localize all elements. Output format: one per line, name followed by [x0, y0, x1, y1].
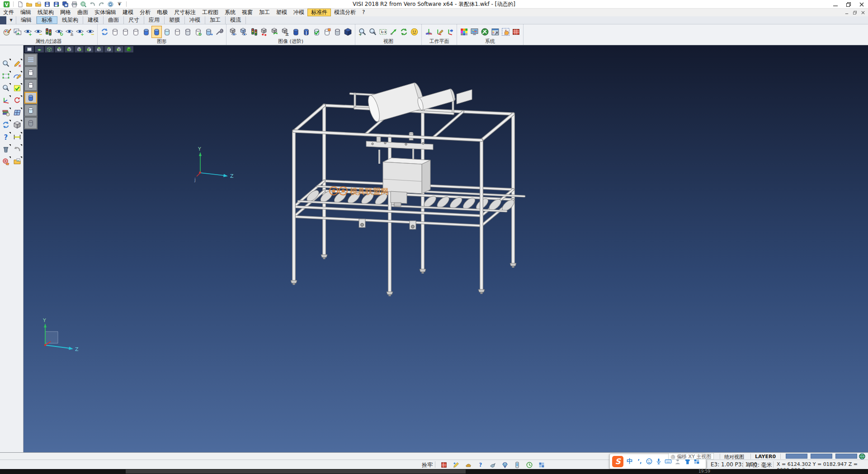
zoom-cube-button[interactable] — [368, 26, 378, 38]
cyl-wire2-button[interactable] — [24, 117, 37, 129]
menu-item-10[interactable]: 工程图 — [199, 9, 222, 16]
sync-button[interactable] — [107, 0, 114, 8]
preview-button[interactable] — [80, 0, 87, 8]
zoom-plus-button[interactable]: + — [357, 26, 368, 38]
layer-bar-1[interactable] — [786, 454, 807, 459]
tab-10[interactable]: 模流 — [226, 16, 246, 24]
stat-phone-button[interactable] — [513, 460, 521, 469]
more-dropdown-button[interactable]: ▼ — [116, 0, 123, 8]
print-button[interactable] — [71, 0, 78, 8]
eye-refresh-button[interactable]: ↻ — [54, 26, 64, 38]
cylinder-outline2-button[interactable] — [120, 26, 131, 38]
wp-axis-button[interactable] — [424, 26, 434, 38]
redo-button[interactable] — [98, 0, 105, 8]
rotate-green-button[interactable] — [399, 26, 409, 38]
tab-6[interactable]: 应用 — [144, 16, 165, 24]
wheel-hand-button[interactable] — [1, 156, 11, 166]
visi-logo-button[interactable]: V — [3, 0, 10, 8]
ime-language-button[interactable]: 中 — [626, 457, 633, 466]
check-yellow-button[interactable] — [13, 83, 22, 93]
window-blue-button[interactable] — [13, 108, 22, 117]
one-one-button[interactable]: 1:1 — [378, 26, 388, 38]
menu-item-0[interactable]: 文件 — [0, 9, 17, 16]
tab-5[interactable]: 尺寸 — [124, 16, 144, 24]
eye-plusminus-button[interactable]: ± — [64, 26, 75, 38]
ime-smiley-button[interactable] — [645, 457, 653, 466]
arrow-ne-button[interactable] — [388, 26, 399, 38]
tab-2[interactable]: 线架构 — [57, 16, 83, 24]
menu-item-16[interactable]: 标准件 — [307, 9, 331, 16]
shade-face-button[interactable] — [409, 26, 420, 38]
cylinder-wire-button[interactable] — [183, 26, 193, 38]
refresh-blue-button[interactable] — [1, 120, 11, 129]
mdi-restore-button[interactable] — [852, 9, 858, 15]
cube-navy-button[interactable] — [343, 26, 353, 38]
menu-item-8[interactable]: 电极 — [154, 9, 171, 16]
open-folder-button[interactable] — [25, 0, 33, 8]
cubes-plusminus-button[interactable]: ± — [280, 26, 291, 38]
menu-item-13[interactable]: 加工 — [256, 9, 273, 16]
menu-item-15[interactable]: 冲模 — [290, 9, 307, 16]
tab-3[interactable]: 建模 — [83, 16, 104, 24]
menu-item-2[interactable]: 线架构 — [34, 9, 57, 16]
stat-help-button[interactable]: ? — [476, 460, 485, 469]
eye-minus-button[interactable]: − — [85, 26, 95, 38]
menu-item-3[interactable]: 网格 — [57, 9, 74, 16]
ime-quote-button[interactable]: ’, — [636, 457, 643, 466]
axis-triad-button[interactable] — [1, 95, 11, 105]
folder-pic-button[interactable] — [13, 156, 22, 166]
mdi-close-button[interactable] — [860, 9, 866, 15]
menu-item-7[interactable]: 分析 — [137, 9, 154, 16]
stat-clock-button[interactable] — [525, 460, 533, 469]
cube-right-view-button[interactable] — [74, 46, 84, 53]
menu-item-17[interactable]: 模流分析 — [331, 9, 359, 16]
question-button[interactable]: ? — [1, 132, 11, 142]
cube-wire-view-button[interactable] — [44, 46, 54, 53]
monitor-button[interactable] — [469, 26, 480, 38]
images-pair-button[interactable] — [12, 26, 23, 38]
cylinder-stripe-button[interactable] — [301, 26, 311, 38]
cube-iso2-view-button[interactable] — [104, 46, 114, 53]
cylinder-outline-button[interactable] — [110, 26, 120, 38]
cubes-red-button[interactable] — [259, 26, 270, 38]
save-as-button[interactable] — [52, 0, 60, 8]
eye-remove-button[interactable]: − — [33, 26, 43, 38]
spiral-button[interactable] — [13, 95, 22, 105]
cyl-line2-button[interactable] — [24, 79, 37, 91]
sogou-logo-icon[interactable]: S — [612, 456, 623, 467]
traffic-cubes-button[interactable] — [249, 26, 259, 38]
undo-button[interactable] — [89, 0, 96, 8]
pencil-curve-button[interactable] — [13, 71, 22, 81]
stat-red-button[interactable] — [439, 460, 448, 469]
tab-1[interactable]: 标准 — [37, 16, 57, 24]
menu-lines-button[interactable] — [24, 54, 37, 66]
cyl-line-button[interactable] — [24, 66, 37, 78]
window-view-button[interactable] — [24, 46, 34, 53]
layer-indicator[interactable]: LAYER0 — [755, 454, 776, 460]
cyl-pale-button[interactable] — [24, 104, 37, 116]
cylinder-blue-button[interactable] — [141, 26, 151, 38]
menu-item-6[interactable]: 建模 — [119, 9, 137, 16]
trash-button[interactable] — [1, 144, 11, 154]
save-button[interactable] — [43, 0, 51, 8]
mdi-minimize-button[interactable] — [844, 9, 850, 15]
menu-item-4[interactable]: 曲面 — [74, 9, 91, 16]
close-button[interactable] — [855, 0, 868, 9]
cylinder-check-button[interactable] — [311, 26, 322, 38]
cube-front-view-button[interactable] — [64, 46, 74, 53]
zoom-gear-button[interactable] — [1, 59, 11, 68]
tab-0[interactable]: 编辑 — [16, 16, 37, 24]
taskbar-segment[interactable] — [126, 469, 466, 474]
stat-gem-button[interactable] — [500, 460, 509, 469]
cube-left-view-button[interactable] — [84, 46, 94, 53]
cube-grey-button[interactable] — [13, 120, 22, 129]
wrench-tools-button[interactable] — [214, 26, 224, 38]
tab-7[interactable]: 塑膜 — [165, 16, 185, 24]
layer-bar-2[interactable] — [811, 454, 832, 459]
cylinder-flag-button[interactable] — [322, 26, 332, 38]
cylinder-outline3-button[interactable] — [131, 26, 141, 38]
cyl-shaded-button[interactable] — [24, 92, 37, 104]
cube-green-view-button[interactable] — [124, 46, 134, 53]
cylinder-recycle-button[interactable]: ↻ — [193, 26, 203, 38]
stat-bird-button[interactable] — [488, 460, 497, 469]
